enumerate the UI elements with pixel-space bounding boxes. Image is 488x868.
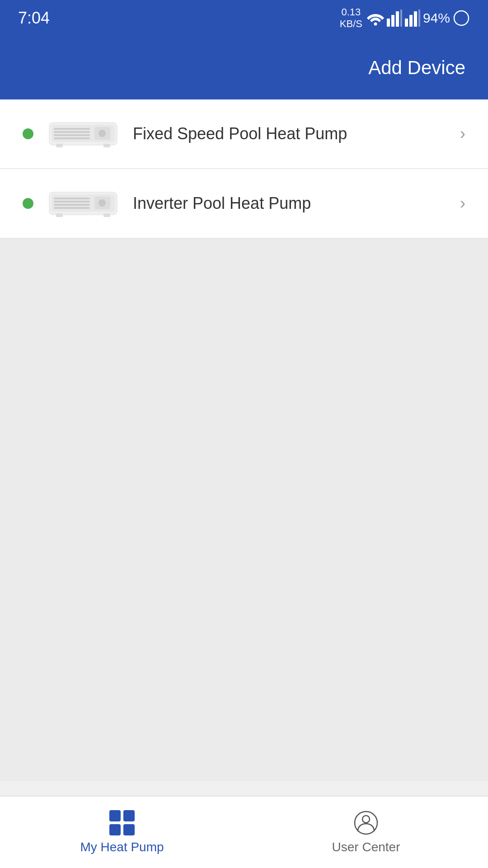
signal-icon-1 [387, 9, 402, 27]
chevron-right-icon: › [460, 124, 465, 143]
add-device-button[interactable]: Add Device [368, 57, 465, 79]
status-bar: 7:04 0.13KB/S [0, 0, 488, 36]
chevron-right-icon: › [460, 194, 465, 213]
device-list: Fixed Speed Pool Heat Pump › [0, 99, 488, 239]
device-icon [47, 185, 119, 222]
network-speed: 0.13KB/S [340, 6, 362, 30]
status-icons: 94% [367, 9, 470, 27]
svg-rect-1 [387, 19, 390, 27]
app-header: Add Device [0, 36, 488, 99]
signal-icon-2 [405, 9, 420, 27]
svg-rect-25 [54, 207, 90, 209]
grid-square [109, 810, 121, 821]
svg-rect-8 [418, 9, 420, 27]
svg-rect-29 [103, 213, 110, 217]
device-item[interactable]: Fixed Speed Pool Heat Pump › [0, 99, 488, 168]
svg-rect-6 [409, 15, 413, 27]
empty-area [0, 239, 488, 781]
nav-item-my-heat-pump[interactable]: My Heat Pump [0, 810, 244, 854]
nav-label-my-heat-pump: My Heat Pump [80, 840, 164, 854]
svg-rect-23 [54, 201, 90, 203]
svg-rect-4 [400, 9, 402, 27]
device-name: Fixed Speed Pool Heat Pump [133, 124, 460, 143]
bottom-nav: My Heat Pump User Center [0, 796, 488, 868]
svg-rect-2 [391, 15, 394, 27]
nav-label-user-center: User Center [332, 840, 400, 854]
battery-percent: 94% [423, 10, 450, 26]
svg-rect-22 [54, 198, 90, 199]
svg-point-17 [99, 130, 106, 137]
svg-rect-7 [414, 11, 417, 27]
grid-square [123, 810, 135, 821]
battery-icon [453, 9, 470, 27]
grid-square [109, 824, 121, 835]
status-dot-online [23, 198, 33, 209]
grid-icon [109, 810, 135, 835]
svg-rect-24 [54, 204, 90, 206]
device-icon [47, 116, 119, 152]
status-dot-online [23, 128, 33, 139]
svg-rect-18 [56, 144, 63, 147]
heat-pump-svg [47, 185, 119, 222]
status-right: 0.13KB/S 94% [340, 6, 470, 30]
device-name: Inverter Pool Heat Pump [133, 194, 460, 213]
svg-point-31 [362, 816, 370, 823]
nav-item-user-center[interactable]: User Center [244, 810, 488, 854]
user-icon [353, 810, 379, 835]
grid-square [123, 824, 135, 835]
svg-rect-14 [54, 134, 90, 136]
svg-rect-13 [54, 131, 90, 133]
status-time: 7:04 [18, 9, 50, 28]
svg-rect-19 [103, 144, 110, 147]
heat-pump-svg [47, 116, 119, 152]
svg-rect-5 [405, 19, 408, 27]
wifi-icon [367, 9, 384, 27]
network-speed-value: 0.13KB/S [340, 6, 362, 30]
svg-rect-28 [56, 213, 63, 217]
svg-point-27 [99, 199, 106, 207]
svg-point-9 [454, 11, 469, 25]
svg-rect-15 [54, 137, 90, 139]
device-item[interactable]: Inverter Pool Heat Pump › [0, 169, 488, 238]
svg-rect-12 [54, 128, 90, 130]
svg-rect-3 [396, 11, 399, 27]
svg-point-0 [374, 23, 377, 26]
